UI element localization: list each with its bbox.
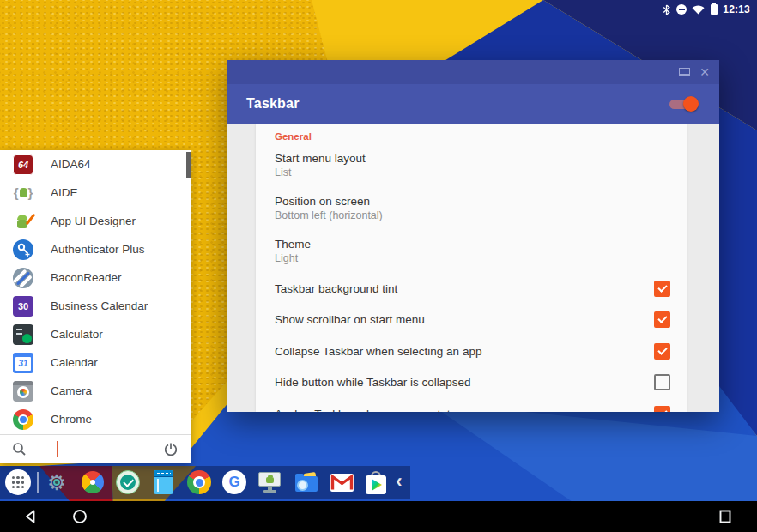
business-calendar-icon: 30 bbox=[13, 296, 33, 317]
setting-label: Anchor Taskbar when screen rotates bbox=[275, 408, 654, 413]
settings-app-button[interactable]: ⚙ bbox=[44, 469, 70, 495]
app-label: Chrome bbox=[51, 413, 92, 426]
setting-start-menu-layout[interactable]: Start menu layout List bbox=[275, 152, 652, 179]
file-manager-app-button[interactable] bbox=[294, 469, 319, 495]
setting-title: Theme bbox=[275, 238, 652, 251]
setting-show-scrollbar[interactable]: Show scrollbar on start menu bbox=[275, 309, 670, 329]
app-item-aide[interactable]: {} AIDE bbox=[0, 178, 191, 207]
taskbar: ⚙ G bbox=[0, 466, 410, 499]
calculator-icon bbox=[13, 324, 33, 345]
app-item-authenticator-plus[interactable]: Authenticator Plus bbox=[0, 235, 191, 263]
app-label: Authenticator Plus bbox=[51, 243, 145, 256]
aide-icon: {} bbox=[13, 183, 33, 203]
status-bar: 12:13 bbox=[0, 0, 757, 21]
wifi-icon bbox=[692, 4, 705, 15]
play-store-app-button[interactable] bbox=[363, 469, 389, 495]
toggle-thumb[interactable] bbox=[683, 96, 699, 112]
start-menu: 64 AIDA64 {} AIDE App UI Designer bbox=[0, 150, 191, 463]
app-label: AIDE bbox=[51, 186, 78, 199]
file-manager-icon bbox=[294, 472, 318, 493]
all-apps-button[interactable] bbox=[5, 469, 31, 495]
window-titlebar[interactable]: ✕ bbox=[227, 60, 719, 84]
baconreader-icon bbox=[13, 268, 33, 288]
search-icon bbox=[12, 442, 27, 456]
app-item-aida64[interactable]: 64 AIDA64 bbox=[0, 150, 191, 178]
back-button[interactable] bbox=[23, 509, 39, 524]
section-heading: General bbox=[275, 131, 312, 142]
gmail-app-button[interactable] bbox=[329, 469, 354, 495]
setting-title: Position on screen bbox=[275, 195, 652, 209]
greenify-icon bbox=[116, 470, 140, 494]
android-desktop: 12:13 ✕ Taskbar General Start menu layou… bbox=[0, 0, 757, 532]
navigation-bar bbox=[0, 501, 757, 532]
settings-card: General Start menu layout List Position … bbox=[256, 124, 687, 412]
aida64-icon: 64 bbox=[13, 154, 33, 175]
checkbox[interactable] bbox=[654, 281, 670, 297]
checkbox[interactable] bbox=[654, 406, 670, 413]
setting-label: Hide button while Taskbar is collapsed bbox=[275, 376, 654, 389]
taskbar-enable-toggle[interactable] bbox=[668, 96, 699, 112]
gear-icon: ⚙ bbox=[47, 472, 66, 493]
home-button[interactable] bbox=[72, 509, 88, 524]
setting-position-on-screen[interactable]: Position on screen Bottom left (horizont… bbox=[275, 195, 652, 222]
notepad-icon bbox=[154, 470, 173, 494]
status-clock: 12:13 bbox=[723, 3, 750, 15]
start-menu-scrollbar[interactable] bbox=[186, 152, 191, 178]
setting-value: List bbox=[275, 166, 652, 179]
setting-taskbar-background-tint[interactable]: Taskbar background tint bbox=[275, 278, 670, 299]
setting-value: Light bbox=[275, 252, 652, 265]
gmail-icon bbox=[330, 474, 354, 492]
chrome-icon bbox=[13, 409, 33, 430]
checkbox[interactable] bbox=[654, 374, 670, 390]
app-label: AIDA64 bbox=[51, 158, 91, 171]
setting-collapse-taskbar[interactable]: Collapse Taskbar when selecting an app bbox=[275, 341, 670, 361]
recents-button[interactable] bbox=[718, 509, 733, 524]
window-appbar: Taskbar bbox=[227, 84, 719, 124]
checkbox[interactable] bbox=[654, 343, 670, 360]
camera-icon bbox=[13, 381, 33, 402]
app-item-chrome[interactable]: Chrome bbox=[0, 405, 191, 433]
setting-anchor-taskbar[interactable]: Anchor Taskbar when screen rotates bbox=[275, 403, 670, 412]
chrome-icon bbox=[187, 470, 211, 494]
remote-display-app-button[interactable] bbox=[257, 469, 283, 495]
app-label: Calendar bbox=[51, 356, 98, 369]
power-icon[interactable] bbox=[163, 442, 179, 457]
notepad-app-button[interactable] bbox=[150, 469, 176, 495]
app-item-baconreader[interactable]: BaconReader bbox=[0, 263, 191, 292]
app-item-business-calendar[interactable]: 30 Business Calendar bbox=[0, 292, 191, 320]
app-label: App UI Designer bbox=[51, 215, 136, 227]
checkbox[interactable] bbox=[654, 311, 670, 328]
close-icon[interactable]: ✕ bbox=[699, 67, 711, 77]
google-app-button[interactable]: G bbox=[221, 469, 247, 495]
battery-icon bbox=[711, 4, 718, 15]
play-store-icon bbox=[366, 471, 386, 494]
app-list[interactable]: 64 AIDA64 {} AIDE App UI Designer bbox=[0, 150, 191, 435]
greenify-app-button[interactable] bbox=[115, 469, 141, 495]
app-item-calendar[interactable]: 31 Calendar bbox=[0, 348, 191, 377]
do-not-disturb-icon bbox=[676, 4, 687, 15]
authenticator-plus-icon bbox=[13, 239, 33, 260]
setting-label: Taskbar background tint bbox=[275, 282, 654, 295]
app-label: Camera bbox=[51, 384, 92, 397]
start-menu-search[interactable] bbox=[0, 434, 191, 463]
search-text-cursor bbox=[57, 441, 58, 457]
taskbar-divider bbox=[37, 472, 39, 493]
setting-theme[interactable]: Theme Light bbox=[275, 238, 652, 265]
google-g-icon: G bbox=[222, 470, 246, 494]
photos-app-button[interactable] bbox=[80, 469, 106, 495]
app-item-calculator[interactable]: Calculator bbox=[0, 320, 191, 348]
settings-scroll-area[interactable]: General Start menu layout List Position … bbox=[227, 124, 719, 412]
apps-grid-icon bbox=[12, 476, 25, 489]
app-item-camera[interactable]: Camera bbox=[0, 377, 191, 405]
app-ui-designer-icon bbox=[13, 211, 33, 232]
chrome-app-button[interactable] bbox=[186, 469, 212, 495]
taskbar-collapse-button[interactable]: ‹ bbox=[391, 471, 407, 493]
android-monitor-icon bbox=[257, 470, 283, 494]
bluetooth-icon bbox=[662, 4, 671, 15]
google-photos-icon bbox=[82, 471, 104, 493]
app-label: Business Calendar bbox=[51, 299, 148, 312]
app-item-app-ui-designer[interactable]: App UI Designer bbox=[0, 207, 191, 235]
maximize-icon[interactable] bbox=[678, 67, 690, 77]
setting-hide-button[interactable]: Hide button while Taskbar is collapsed bbox=[275, 372, 670, 392]
setting-title: Start menu layout bbox=[275, 152, 652, 166]
